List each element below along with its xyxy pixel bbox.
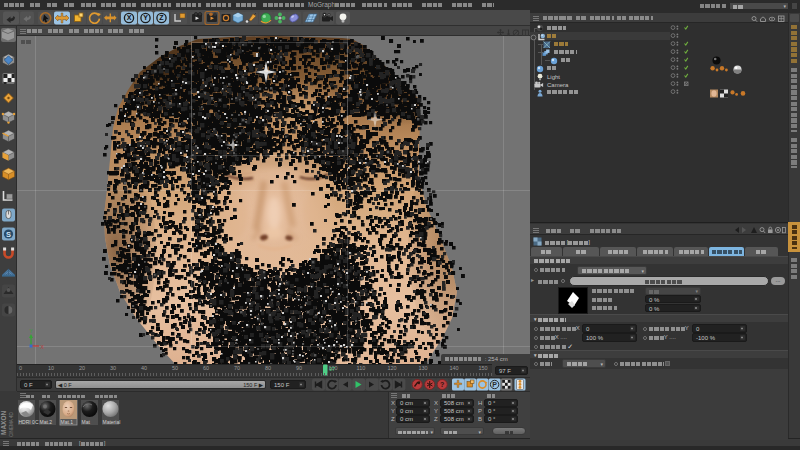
svg-text:10: 10 (48, 365, 54, 371)
svg-text:S: S (6, 230, 11, 239)
svg-text:30: 30 (110, 365, 116, 371)
svg-text:0: 0 (19, 365, 22, 371)
svg-text:60: 60 (203, 365, 209, 371)
svg-text:70: 70 (234, 365, 240, 371)
svg-text:130: 130 (418, 365, 427, 371)
svg-text:150: 150 (478, 365, 487, 371)
svg-text:97: 97 (329, 366, 335, 372)
svg-text:120: 120 (387, 365, 396, 371)
svg-text:X: X (127, 14, 132, 21)
svg-text:Mat: Mat (82, 419, 91, 425)
svg-text:110: 110 (357, 365, 366, 371)
svg-text:Mat.2: Mat.2 (40, 419, 53, 425)
svg-text:50: 50 (172, 365, 178, 371)
svg-text:MAXON: MAXON (0, 411, 7, 436)
svg-text:Mat.1: Mat.1 (61, 419, 74, 425)
svg-text:P: P (492, 381, 497, 388)
svg-text:Material: Material (103, 419, 121, 425)
svg-text:Y: Y (143, 14, 148, 21)
svg-text:Z: Z (159, 14, 164, 21)
svg-text:?: ? (440, 381, 444, 388)
svg-text:80: 80 (265, 365, 271, 371)
svg-text:140: 140 (449, 365, 458, 371)
svg-text:CINEMA 4D: CINEMA 4D (9, 412, 14, 437)
svg-text:40: 40 (141, 365, 147, 371)
svg-text:90: 90 (296, 365, 302, 371)
svg-text:HDRI 0C: HDRI 0C (19, 419, 39, 425)
svg-text:20: 20 (79, 365, 85, 371)
